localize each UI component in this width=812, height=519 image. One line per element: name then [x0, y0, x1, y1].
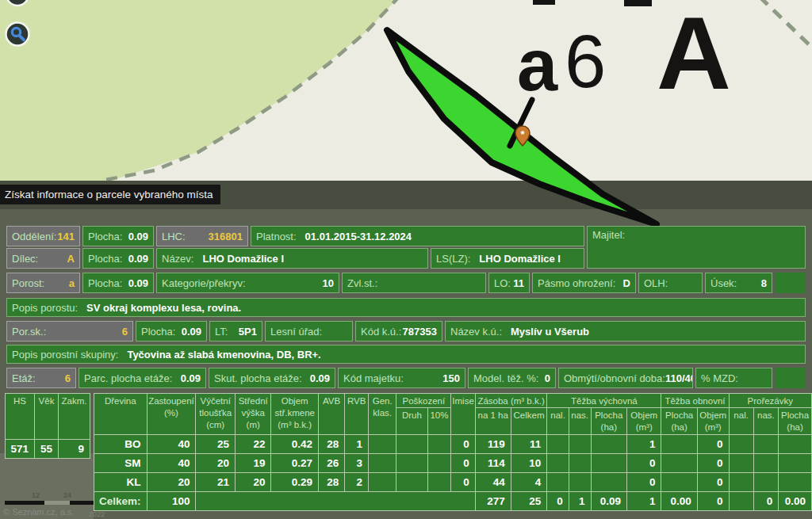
table-cell: [396, 472, 427, 491]
column-header: RVB: [345, 394, 369, 435]
column-header: Výčetní tloušťka (cm): [196, 394, 236, 435]
table-cell: [753, 472, 778, 491]
table-cell: 571: [6, 440, 35, 459]
column-subheader: 10%: [427, 408, 451, 434]
info-cell-nazev-ku: Název k.ú.:Myslív u Všerub: [445, 321, 806, 342]
table-cell: 0: [451, 453, 475, 472]
table-cell: 4: [511, 472, 547, 491]
table-cell: [779, 453, 812, 472]
table-cell: [661, 472, 697, 491]
column-header: Gen. klas.: [368, 394, 396, 435]
table-cell: [569, 453, 591, 472]
table-cell: [569, 434, 591, 453]
table-cell: 0: [626, 453, 661, 472]
table-cell: 28: [318, 472, 344, 491]
table-cell: 20: [147, 472, 196, 491]
table-cell: 0.09: [591, 491, 626, 510]
species-row: BO4025220.4228101191110: [94, 434, 812, 453]
scalebar-label: 24: [63, 491, 71, 499]
column-subheader: Plocha (ha): [661, 408, 697, 434]
column-subheader: Plocha (ha): [779, 408, 812, 434]
map-tooltip: Získat informace o parcele vybraného mís…: [0, 185, 220, 204]
column-subheader: nal.: [729, 408, 753, 434]
column-group-header: Poškození: [396, 394, 451, 408]
table-cell: 0.00: [779, 491, 812, 510]
table-cell: 119: [475, 434, 511, 453]
porost-label-6: 6: [565, 20, 606, 103]
info-cell-filler-r7: [775, 368, 806, 388]
column-subheader: Celkem: [511, 408, 547, 434]
dilec-label-A: A: [657, 0, 731, 111]
info-cell-lesni-urad: Lesní úřad:: [265, 321, 353, 342]
table-cell: 0.00: [661, 491, 697, 510]
table-cell: [427, 434, 451, 453]
table-cell: 0: [451, 472, 475, 491]
column-group-header: Prořezávky: [729, 394, 811, 408]
info-cell-plocha-por-sk: Plocha:0.09: [136, 321, 207, 342]
column-header: Střední výška (m): [235, 394, 271, 435]
table-cell: 10: [511, 453, 547, 472]
info-cell-porost: Porost:a: [6, 273, 80, 293]
table-cell: 40: [147, 434, 196, 453]
table-cell: 114: [475, 453, 511, 472]
table-cell: 40: [147, 453, 196, 472]
info-cell-kod-ku: Kód k.ú.:787353: [355, 321, 442, 342]
table-cell: 55: [35, 440, 59, 459]
info-cell-mzd: % MZD:: [695, 368, 772, 388]
table-cell: 11: [511, 434, 547, 453]
table-cell: 3: [345, 453, 369, 472]
column-subheader: na 1 ha: [475, 408, 511, 434]
column-subheader: Objem (m³): [626, 408, 661, 434]
table-cell: 25: [511, 491, 547, 510]
info-cell-etaz: Etáž:6: [6, 368, 76, 388]
column-subheader: Plocha (ha): [591, 408, 626, 434]
table-cell: [368, 453, 396, 472]
column-header: Zakm.: [59, 394, 90, 440]
table-cell: 100: [147, 491, 196, 510]
table-cell: [779, 472, 812, 491]
table-row: 571559: [6, 440, 90, 459]
table-cell: [753, 453, 778, 472]
table-cell: 0: [697, 453, 729, 472]
table-cell: [661, 453, 697, 472]
info-cell-dilec: Dílec:A: [6, 248, 80, 269]
column-subheader: Druh: [396, 408, 427, 434]
table-cell: 0: [547, 491, 569, 510]
table-cell: 44: [475, 472, 511, 491]
table-cell: 20: [235, 472, 271, 491]
table-cell: 0: [697, 472, 729, 491]
table-cell: [547, 472, 569, 491]
porost-label-a: a: [517, 25, 558, 105]
column-header: Objem stř.kmene (m³ b.k.): [271, 394, 318, 435]
table-cell: 0: [451, 434, 475, 453]
table-cell: 19: [235, 453, 271, 472]
column-group-header: Těžba výchovná: [547, 394, 661, 408]
info-cell-filler-r3: [775, 273, 806, 293]
info-cell-plocha-dilec: Plocha:0.09: [82, 248, 154, 269]
column-header: Dřevina: [94, 394, 147, 435]
info-cell-majitel: Majitel:: [587, 226, 806, 269]
table-cell: 21: [196, 472, 236, 491]
column-subheader: nal.: [547, 408, 569, 434]
table-cell: 1: [345, 434, 369, 453]
scalebar-label: 12: [32, 491, 40, 499]
table-cell: [591, 434, 626, 453]
info-cell-zvl-st: Zvl.st.:: [342, 273, 486, 293]
species-row: KL2021200.29282044400: [94, 472, 812, 491]
table-cell: [427, 472, 451, 491]
table-cell: 25: [196, 434, 236, 453]
map-symbol-fragment: [533, 0, 555, 5]
table-cell: [547, 453, 569, 472]
info-cell-nazev: Název:LHO Domažlice I: [156, 248, 428, 269]
info-cell-popis-porostni-skupiny: Popis porostní skupiny:Tyčovina až slabá…: [6, 345, 806, 364]
info-cell-plocha-porost: Plocha:0.09: [82, 273, 154, 293]
info-cell-model-tez: Model. těž. %:0: [468, 368, 556, 388]
table-cell: [729, 434, 753, 453]
table-cell: [753, 434, 778, 453]
zoom-search-button[interactable]: [6, 23, 29, 46]
table-cell: [368, 434, 396, 453]
table-cell: 28: [318, 434, 344, 453]
table-cell: 26: [318, 453, 344, 472]
table-cell: [779, 434, 812, 453]
map-attribution-year: 2022: [89, 510, 105, 518]
